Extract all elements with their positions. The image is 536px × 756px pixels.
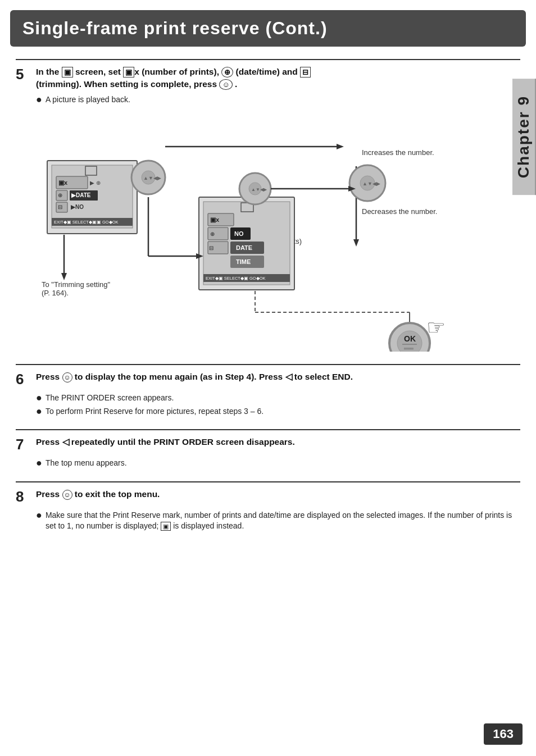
svg-text:Increases the number.: Increases the number. (362, 148, 434, 157)
svg-text:☞: ☞ (426, 316, 446, 339)
svg-text:⊟: ⊟ (209, 245, 214, 251)
page-number: 163 (484, 723, 523, 745)
svg-text:⊕: ⊕ (210, 231, 215, 237)
step8-bullet1-text: Make sure that the Print Reserve mark, n… (46, 510, 520, 532)
step6-bullet1-text: The PRINT ORDER screen appears. (46, 393, 174, 404)
svg-text:DATE: DATE (236, 244, 252, 251)
page-title: Single-frame print reserve (Cont.) (22, 18, 514, 39)
step7-bullet1-text: The top menu appears. (46, 458, 127, 469)
step5-number: 5 (16, 66, 31, 83)
step7-number: 7 (16, 436, 31, 453)
step8-bullet1: ● Make sure that the Print Reserve mark,… (36, 510, 520, 532)
bullet-dot-6a: ● (36, 393, 42, 403)
svg-text:▣x: ▣x (210, 216, 220, 223)
chapter-sidebar: Chapter 9 (512, 79, 536, 195)
page-header: Single-frame print reserve (Cont.) (10, 10, 526, 47)
step5-text: In the ▣ screen, set ▣x (number of print… (36, 66, 311, 90)
svg-text:Decreases the number.: Decreases the number. (362, 207, 437, 216)
step7-text: Press ◁ repeatedly until the PRINT ORDER… (36, 436, 295, 448)
svg-text:⊟: ⊟ (58, 204, 62, 210)
bullet-dot-6b: ● (36, 406, 42, 416)
step6-bullet1: ● The PRINT ORDER screen appears. (36, 393, 520, 404)
svg-text:⊕: ⊕ (58, 192, 62, 198)
step7-section: 7 Press ◁ repeatedly until the PRINT ORD… (16, 429, 520, 469)
step5-bullet1-text: A picture is played back. (46, 94, 130, 106)
step8-number: 8 (16, 488, 31, 505)
diagram-svg: ▣x ▶ ⊕ ⊕ ▶DATE ⊟ ▶NO EXIT◆▣ SELECT◆▣▣ GO… (36, 110, 497, 352)
step8-section: 8 Press ☺ to exit the top menu. ● Make s… (16, 481, 520, 532)
svg-text:(P. 164).: (P. 164). (42, 289, 69, 297)
step5-section: 5 In the ▣ screen, set ▣x (number of pri… (16, 59, 520, 352)
step6-section: 6 Press ☺ to display the top menu again … (16, 364, 520, 417)
svg-marker-19 (337, 144, 344, 149)
step6-bullet2-text: To perform Print Reserve for more pictur… (46, 406, 264, 417)
svg-text:▲▼◀▶: ▲▼◀▶ (143, 175, 161, 181)
bullet-dot: ● (36, 94, 42, 104)
main-content: 5 In the ▣ screen, set ▣x (number of pri… (10, 59, 526, 532)
svg-text:To "Trimming setting": To "Trimming setting" (42, 280, 111, 289)
svg-text:OK: OK (404, 334, 416, 343)
svg-text:EXIT◆▣  SELECT◆▣▣  GO◆OK: EXIT◆▣ SELECT◆▣▣ GO◆OK (54, 220, 119, 225)
svg-text:▣x: ▣x (58, 179, 68, 186)
svg-text:▶NO: ▶NO (71, 204, 84, 210)
svg-text:▲▼◀▶: ▲▼◀▶ (251, 187, 267, 192)
bullet-dot-7: ● (36, 458, 42, 468)
step7-header: 7 Press ◁ repeatedly until the PRINT ORD… (16, 436, 520, 453)
step7-bullet1: ● The top menu appears. (36, 458, 520, 469)
step6-bullet2: ● To perform Print Reserve for more pict… (36, 406, 520, 417)
svg-text:NO: NO (234, 230, 244, 237)
svg-text:EXIT◆▣  SELECT◆▣  GO◆OK: EXIT◆▣ SELECT◆▣ GO◆OK (206, 276, 266, 281)
step5-diagram: ▣x ▶ ⊕ ⊕ ▶DATE ⊟ ▶NO EXIT◆▣ SELECT◆▣▣ GO… (36, 110, 497, 352)
svg-text:TIME: TIME (236, 258, 251, 265)
bullet-dot-8: ● (36, 510, 42, 520)
svg-text:▶ ⊕: ▶ ⊕ (90, 180, 101, 186)
svg-text:▲▼◀▶: ▲▼◀▶ (362, 181, 380, 186)
step8-text: Press ☺ to exit the top menu. (36, 488, 160, 500)
step5-header: 5 In the ▣ screen, set ▣x (number of pri… (16, 66, 520, 90)
svg-marker-28 (61, 273, 67, 280)
svg-marker-21 (353, 239, 359, 247)
svg-text:▶DATE: ▶DATE (71, 192, 91, 198)
step6-text: Press ☺ to display the top menu again (a… (36, 371, 353, 383)
step8-header: 8 Press ☺ to exit the top menu. (16, 488, 520, 505)
chapter-label: Chapter 9 (515, 95, 533, 178)
step6-header: 6 Press ☺ to display the top menu again … (16, 371, 520, 388)
step5-bullet1: ● A picture is played back. (36, 94, 520, 106)
svg-text:═══: ═══ (403, 346, 414, 351)
step6-number: 6 (16, 371, 31, 388)
